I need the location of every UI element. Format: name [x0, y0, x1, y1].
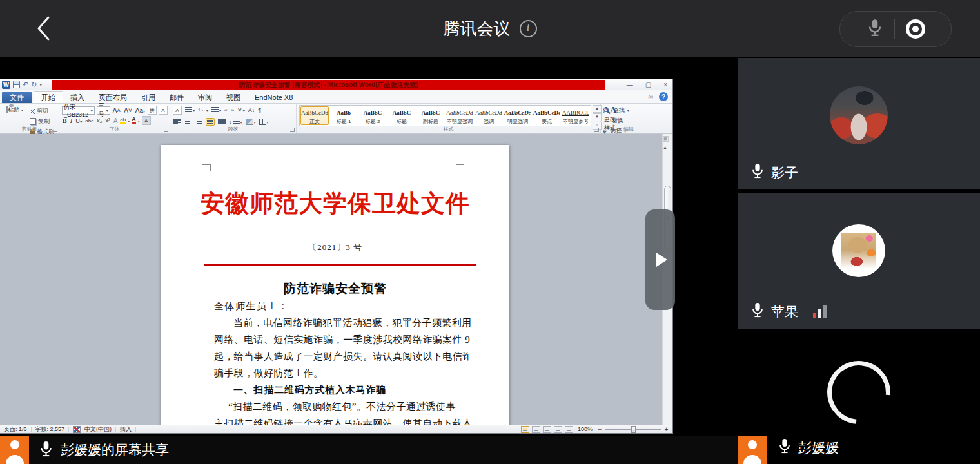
- superscript-button[interactable]: x²: [104, 117, 111, 124]
- document-page[interactable]: 安徽师范大学保卫处文件 〔2021〕3 号 防范诈骗安全预警 全体师生员工： 当…: [161, 145, 509, 425]
- minimize-ribbon-icon[interactable]: ◎: [648, 93, 653, 100]
- multilevel-list-button[interactable]: ▾: [211, 107, 221, 113]
- copy-button[interactable]: 复制: [30, 117, 57, 126]
- status-page[interactable]: 页面: 1/6: [0, 425, 31, 434]
- sort-button[interactable]: A↓: [248, 107, 255, 113]
- status-insert-mode[interactable]: 插入: [116, 425, 135, 434]
- change-case-button[interactable]: Aa▾: [135, 107, 146, 114]
- close-button[interactable]: ×: [663, 82, 667, 88]
- minimize-button[interactable]: —: [627, 82, 633, 88]
- tab-home[interactable]: 开始: [34, 91, 63, 103]
- strikethrough-button[interactable]: abc: [84, 118, 94, 124]
- style-subtle-emphasis[interactable]: AaBbCcDd不明显强调: [446, 106, 474, 125]
- help-icon[interactable]: ?: [659, 92, 668, 101]
- font-name-combo[interactable]: 仿宋_GB2312▾: [62, 106, 95, 115]
- bold-button[interactable]: B: [62, 117, 68, 124]
- microphone-icon[interactable]: [867, 18, 883, 40]
- microphone-icon[interactable]: [39, 440, 54, 460]
- tab-references[interactable]: 引用: [134, 92, 162, 103]
- line-spacing-button[interactable]: ↕▾: [229, 119, 242, 125]
- participant-tile[interactable]: 彭媛媛: [738, 331, 980, 464]
- style-intense-emphasis[interactable]: AaBbCcDc明显强调: [504, 106, 532, 125]
- style-emphasis[interactable]: AaBbCcDd强调: [475, 106, 503, 125]
- align-right-button[interactable]: [195, 119, 202, 125]
- style-heading2[interactable]: AaBbC标题 2: [358, 106, 387, 125]
- ruler-toggle-icon[interactable]: ▤: [663, 136, 669, 142]
- view-fullscreen-icon[interactable]: [532, 426, 540, 433]
- increase-indent-icon[interactable]: »: [231, 107, 234, 113]
- participant-tile[interactable]: 影子: [738, 58, 980, 189]
- cjk-layout-button[interactable]: ✕▾: [237, 107, 245, 113]
- pinyin-guide-icon[interactable]: 拼: [148, 106, 157, 115]
- dialog-launcher-icon[interactable]: [290, 128, 295, 132]
- tab-review[interactable]: 审阅: [191, 92, 219, 103]
- highlight-color-button[interactable]: ab: [120, 117, 126, 124]
- find-button[interactable]: 查找▾: [603, 106, 654, 115]
- tab-file[interactable]: 文件: [2, 92, 32, 103]
- view-print-layout-icon[interactable]: [521, 426, 529, 433]
- font-size-combo[interactable]: 三号▾: [97, 106, 110, 115]
- tab-insert[interactable]: 插入: [63, 92, 92, 103]
- underline-button[interactable]: U▾: [75, 117, 83, 124]
- redo-icon[interactable]: ↻: [31, 81, 37, 88]
- distribute-button[interactable]: [218, 119, 226, 125]
- save-icon[interactable]: [13, 81, 20, 88]
- sidebar-expand-handle[interactable]: [645, 209, 675, 310]
- style-subtle-reference[interactable]: AABBCCDD不明显参考: [562, 106, 590, 125]
- style-heading1[interactable]: AaBb标题 1: [329, 106, 358, 125]
- borders-button[interactable]: ▾: [259, 119, 269, 125]
- character-border-icon[interactable]: A: [159, 106, 168, 115]
- style-strong[interactable]: AaBbCcDc要点: [533, 106, 561, 125]
- bullets-button[interactable]: ▾: [185, 107, 195, 113]
- undo-icon[interactable]: ↶: [23, 81, 28, 88]
- text-effects-icon[interactable]: A: [113, 117, 119, 124]
- dialog-launcher-icon[interactable]: [164, 128, 168, 132]
- qat-dropdown-icon[interactable]: ▾: [39, 82, 42, 88]
- view-outline-icon[interactable]: [554, 426, 562, 433]
- gallery-down-icon[interactable]: ▼: [593, 113, 602, 121]
- align-center-button[interactable]: [184, 119, 191, 125]
- font-color-button[interactable]: A: [132, 117, 136, 124]
- asian-layout-icon[interactable]: A: [173, 106, 182, 115]
- zoom-slider[interactable]: [605, 426, 661, 433]
- grow-font-button[interactable]: A˄: [112, 107, 122, 114]
- view-web-layout-icon[interactable]: [543, 426, 551, 433]
- zoom-level[interactable]: 100%: [576, 426, 594, 432]
- status-wordcount[interactable]: 字数: 2,557: [32, 425, 69, 434]
- paste-button[interactable]: 粘贴 ▾: [3, 106, 26, 114]
- tab-mailings[interactable]: 邮件: [162, 92, 191, 103]
- italic-button[interactable]: I: [70, 117, 73, 124]
- status-language[interactable]: 中文(中国): [81, 425, 115, 434]
- zoom-out-icon[interactable]: −: [597, 427, 603, 432]
- decrease-indent-icon[interactable]: «: [224, 107, 228, 113]
- align-left-button[interactable]: [173, 119, 181, 125]
- scroll-up-icon[interactable]: ▲: [663, 145, 667, 150]
- style-normal[interactable]: AaBbCcDd正文: [300, 106, 329, 125]
- justify-button[interactable]: [206, 118, 215, 126]
- cut-button[interactable]: 剪切: [30, 107, 57, 115]
- dialog-launcher-icon[interactable]: [53, 128, 57, 132]
- record-icon[interactable]: [906, 19, 925, 39]
- replace-button[interactable]: ↔ 替换: [603, 117, 654, 125]
- show-marks-button[interactable]: ¶: [258, 107, 261, 113]
- gallery-up-icon[interactable]: ▲: [593, 105, 602, 113]
- participant-tile[interactable]: 苹果: [738, 193, 980, 329]
- shrink-font-button[interactable]: A˅: [123, 107, 133, 114]
- restore-button[interactable]: ▢: [645, 82, 651, 88]
- zoom-in-icon[interactable]: +: [663, 427, 669, 432]
- proofing-status-icon[interactable]: [73, 426, 81, 433]
- style-title[interactable]: AaBbC标题: [387, 106, 416, 125]
- dialog-launcher-icon[interactable]: [594, 128, 599, 132]
- back-icon[interactable]: [34, 15, 53, 41]
- zoom-slider-thumb[interactable]: [631, 426, 636, 433]
- tab-endnote[interactable]: EndNote X8: [248, 92, 300, 103]
- numbering-button[interactable]: 1.-▾: [198, 107, 208, 113]
- word-logo-icon[interactable]: W: [2, 81, 10, 89]
- style-subtitle[interactable]: AaBbC副标题: [416, 106, 445, 125]
- shading-button[interactable]: ▾: [246, 119, 256, 125]
- subscript-button[interactable]: x₂: [96, 117, 103, 124]
- character-shading-icon[interactable]: A: [142, 116, 151, 125]
- info-icon[interactable]: i: [520, 20, 537, 37]
- tab-view[interactable]: 视图: [219, 92, 248, 103]
- view-draft-icon[interactable]: [565, 426, 573, 433]
